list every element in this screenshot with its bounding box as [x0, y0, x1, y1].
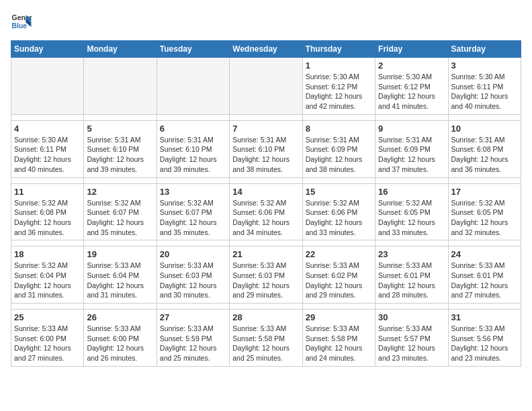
day-number: 3 — [451, 60, 518, 71]
day-number: 24 — [451, 249, 518, 259]
calendar-day: 31Sunrise: 5:33 AMSunset: 5:56 PMDayligh… — [448, 310, 521, 367]
day-number: 12 — [87, 187, 153, 197]
day-number: 31 — [451, 312, 518, 322]
day-number: 26 — [87, 312, 153, 322]
calendar-day: 17Sunrise: 5:32 AMSunset: 6:05 PMDayligh… — [448, 183, 521, 240]
day-info: Sunrise: 5:30 AMSunset: 6:11 PMDaylight:… — [451, 72, 518, 111]
day-number: 4 — [14, 124, 81, 134]
calendar-day: 18Sunrise: 5:32 AMSunset: 6:04 PMDayligh… — [11, 246, 84, 304]
day-number: 30 — [378, 312, 445, 322]
calendar-day: 16Sunrise: 5:32 AMSunset: 6:05 PMDayligh… — [375, 183, 448, 240]
calendar-day: 14Sunrise: 5:32 AMSunset: 6:06 PMDayligh… — [230, 183, 302, 240]
day-number: 10 — [451, 124, 518, 134]
calendar-week-row: 25Sunrise: 5:33 AMSunset: 6:00 PMDayligh… — [11, 310, 521, 367]
day-number: 27 — [160, 312, 226, 322]
calendar-day: 21Sunrise: 5:33 AMSunset: 6:03 PMDayligh… — [230, 246, 302, 304]
day-info: Sunrise: 5:30 AMSunset: 6:12 PMDaylight:… — [378, 72, 445, 111]
calendar-day: 1Sunrise: 5:30 AMSunset: 6:12 PMDaylight… — [302, 58, 375, 115]
calendar-day: 8Sunrise: 5:31 AMSunset: 6:09 PMDaylight… — [302, 120, 375, 177]
calendar-day: 9Sunrise: 5:31 AMSunset: 6:09 PMDaylight… — [375, 120, 448, 177]
day-number: 16 — [378, 187, 445, 197]
logo-icon: General Blue — [11, 11, 32, 32]
calendar-day: 11Sunrise: 5:32 AMSunset: 6:08 PMDayligh… — [11, 183, 84, 240]
day-info: Sunrise: 5:32 AMSunset: 6:08 PMDaylight:… — [14, 198, 81, 238]
week-divider — [11, 114, 521, 120]
day-number: 22 — [306, 249, 372, 259]
day-number: 18 — [14, 249, 81, 259]
day-number: 15 — [306, 187, 372, 197]
day-number: 11 — [14, 187, 81, 197]
calendar-day: 24Sunrise: 5:33 AMSunset: 6:01 PMDayligh… — [448, 246, 521, 304]
day-info: Sunrise: 5:33 AMSunset: 6:03 PMDaylight:… — [160, 261, 226, 300]
calendar-week-row: 18Sunrise: 5:32 AMSunset: 6:04 PMDayligh… — [11, 246, 521, 304]
day-info: Sunrise: 5:32 AMSunset: 6:07 PMDaylight:… — [160, 198, 226, 238]
day-number: 9 — [378, 124, 445, 134]
day-number: 21 — [232, 249, 299, 259]
day-info: Sunrise: 5:33 AMSunset: 5:57 PMDaylight:… — [378, 324, 445, 363]
day-info: Sunrise: 5:30 AMSunset: 6:12 PMDaylight:… — [306, 72, 372, 111]
day-info: Sunrise: 5:33 AMSunset: 6:03 PMDaylight:… — [232, 261, 299, 300]
day-info: Sunrise: 5:32 AMSunset: 6:06 PMDaylight:… — [232, 198, 299, 238]
calendar-day: 19Sunrise: 5:33 AMSunset: 6:04 PMDayligh… — [84, 246, 157, 304]
day-info: Sunrise: 5:33 AMSunset: 5:58 PMDaylight:… — [306, 324, 372, 363]
header-tuesday: Tuesday — [157, 41, 229, 58]
calendar-week-row: 1Sunrise: 5:30 AMSunset: 6:12 PMDaylight… — [11, 58, 521, 115]
day-number: 14 — [232, 187, 299, 197]
day-info: Sunrise: 5:31 AMSunset: 6:10 PMDaylight:… — [160, 135, 226, 175]
header-wednesday: Wednesday — [230, 41, 302, 58]
day-info: Sunrise: 5:33 AMSunset: 6:04 PMDaylight:… — [87, 261, 153, 300]
day-info: Sunrise: 5:33 AMSunset: 6:02 PMDaylight:… — [306, 261, 372, 300]
day-info: Sunrise: 5:33 AMSunset: 5:58 PMDaylight:… — [232, 324, 299, 363]
calendar-day: 22Sunrise: 5:33 AMSunset: 6:02 PMDayligh… — [302, 246, 375, 304]
day-info: Sunrise: 5:31 AMSunset: 6:10 PMDaylight:… — [232, 135, 299, 175]
week-divider — [11, 177, 521, 183]
page-header: General Blue — [11, 11, 521, 32]
calendar-week-row: 4Sunrise: 5:30 AMSunset: 6:11 PMDaylight… — [11, 120, 521, 177]
header-saturday: Saturday — [448, 41, 521, 58]
calendar-day: 6Sunrise: 5:31 AMSunset: 6:10 PMDaylight… — [157, 120, 229, 177]
calendar-table: SundayMondayTuesdayWednesdayThursdayFrid… — [11, 40, 521, 367]
day-number: 25 — [14, 312, 81, 322]
day-info: Sunrise: 5:32 AMSunset: 6:04 PMDaylight:… — [14, 261, 81, 300]
day-info: Sunrise: 5:33 AMSunset: 5:56 PMDaylight:… — [451, 324, 518, 363]
calendar-day: 26Sunrise: 5:33 AMSunset: 6:00 PMDayligh… — [84, 310, 157, 367]
header-sunday: Sunday — [11, 41, 84, 58]
header-thursday: Thursday — [302, 41, 375, 58]
calendar-day: 2Sunrise: 5:30 AMSunset: 6:12 PMDaylight… — [375, 58, 448, 115]
day-info: Sunrise: 5:31 AMSunset: 6:08 PMDaylight:… — [451, 135, 518, 175]
day-info: Sunrise: 5:32 AMSunset: 6:05 PMDaylight:… — [378, 198, 445, 238]
calendar-day: 28Sunrise: 5:33 AMSunset: 5:58 PMDayligh… — [230, 310, 302, 367]
day-info: Sunrise: 5:32 AMSunset: 6:06 PMDaylight:… — [306, 198, 372, 238]
day-number: 23 — [378, 249, 445, 259]
calendar-day: 25Sunrise: 5:33 AMSunset: 6:00 PMDayligh… — [11, 310, 84, 367]
svg-text:Blue: Blue — [12, 22, 28, 30]
calendar-day — [84, 58, 157, 115]
day-info: Sunrise: 5:33 AMSunset: 6:00 PMDaylight:… — [14, 324, 81, 363]
week-divider — [11, 304, 521, 310]
day-number: 7 — [232, 124, 299, 134]
calendar-day — [230, 58, 302, 115]
day-info: Sunrise: 5:32 AMSunset: 6:05 PMDaylight:… — [451, 198, 518, 238]
day-number: 8 — [306, 124, 372, 134]
calendar-day: 7Sunrise: 5:31 AMSunset: 6:10 PMDaylight… — [230, 120, 302, 177]
day-info: Sunrise: 5:33 AMSunset: 6:01 PMDaylight:… — [451, 261, 518, 300]
calendar-day: 15Sunrise: 5:32 AMSunset: 6:06 PMDayligh… — [302, 183, 375, 240]
calendar-day: 3Sunrise: 5:30 AMSunset: 6:11 PMDaylight… — [448, 58, 521, 115]
day-number: 29 — [306, 312, 372, 322]
calendar-day — [157, 58, 229, 115]
day-info: Sunrise: 5:31 AMSunset: 6:09 PMDaylight:… — [306, 135, 372, 175]
day-info: Sunrise: 5:31 AMSunset: 6:10 PMDaylight:… — [87, 135, 153, 175]
calendar-day — [11, 58, 84, 115]
day-info: Sunrise: 5:32 AMSunset: 6:07 PMDaylight:… — [87, 198, 153, 238]
calendar-day: 30Sunrise: 5:33 AMSunset: 5:57 PMDayligh… — [375, 310, 448, 367]
day-info: Sunrise: 5:33 AMSunset: 6:01 PMDaylight:… — [378, 261, 445, 300]
calendar-day: 10Sunrise: 5:31 AMSunset: 6:08 PMDayligh… — [448, 120, 521, 177]
logo: General Blue — [11, 11, 35, 32]
header-friday: Friday — [375, 41, 448, 58]
week-divider — [11, 240, 521, 246]
calendar-day: 23Sunrise: 5:33 AMSunset: 6:01 PMDayligh… — [375, 246, 448, 304]
calendar-day: 12Sunrise: 5:32 AMSunset: 6:07 PMDayligh… — [84, 183, 157, 240]
day-info: Sunrise: 5:30 AMSunset: 6:11 PMDaylight:… — [14, 135, 81, 175]
day-info: Sunrise: 5:33 AMSunset: 5:59 PMDaylight:… — [160, 324, 226, 363]
calendar-day: 20Sunrise: 5:33 AMSunset: 6:03 PMDayligh… — [157, 246, 229, 304]
